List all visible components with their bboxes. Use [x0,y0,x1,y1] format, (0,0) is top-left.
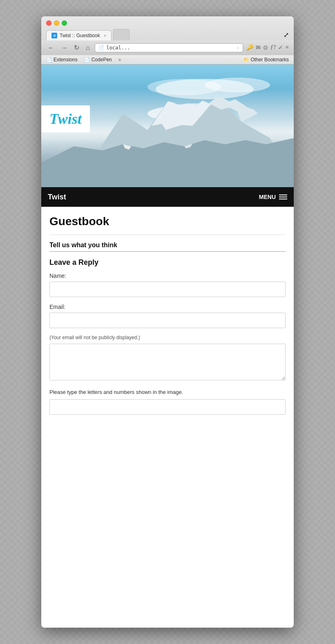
bookmarks-bar: 📄 Extensions 📄 CodePen » 📁 Other Bookmar… [41,55,294,64]
form-subtitle: Leave a Reply [49,258,286,267]
menu-label: MENU [259,194,276,200]
svg-point-2 [147,79,221,95]
hamburger-icon [279,195,287,199]
key-icon[interactable]: 🔑 [246,44,253,51]
nav-bar: Twist MENU [41,187,294,207]
clock-icon[interactable]: ⊙ [263,44,268,51]
tab-close-icon[interactable]: × [104,33,106,38]
shield-icon[interactable]: ✓ [278,44,283,51]
tab-title: Twist :: Guestbook [60,33,100,38]
address-text: local... [107,45,234,51]
nav-menu-button[interactable]: MENU [259,194,287,200]
page-icon: 📄 [98,45,104,50]
page-content: Guestbook Tell us what you think Leave a… [41,207,294,427]
bookmark-other[interactable]: 📁 Other Bookmarks [243,57,289,63]
tab-favicon: ⊙ [51,33,57,38]
menu-dots-icon[interactable]: ≡ [286,44,289,51]
name-input[interactable] [49,282,286,297]
hero-image: Twist [41,65,294,187]
svg-marker-8 [41,138,294,187]
browser-chrome: ⊙ Twist :: Guestbook × ⤢ ← → ↻ ⌂ 📄 local… [41,16,294,65]
maximize-button[interactable] [62,20,67,26]
forward-button[interactable]: → [59,43,69,52]
close-button[interactable] [46,20,51,26]
email-input[interactable] [49,313,286,328]
captcha-input[interactable] [49,399,286,415]
bookmark-codepen-icon: 📄 [84,57,90,63]
browser-toolbar: ← → ↻ ⌂ 📄 local... ☆ 🔑 ✉ ⊙ ƒ? ✓ ≡ [41,40,294,55]
new-tab-area [113,29,130,40]
site-logo: Twist [49,111,82,127]
bookmark-other-label: Other Bookmarks [251,57,289,63]
bookmark-extensions-label: Extensions [54,57,78,63]
reload-button[interactable]: ↻ [72,43,81,52]
mail-icon[interactable]: ✉ [256,44,261,51]
bookmark-doc-icon: 📄 [46,57,52,63]
expand-icon[interactable]: ⤢ [284,31,289,40]
address-bar[interactable]: 📄 local... ☆ [95,43,243,52]
email-label: Email: [49,304,286,310]
website-content: Twist Twist MENU Guestbook Tell us what … [41,65,294,427]
bookmark-codepen-label: CodePen [92,57,112,63]
active-tab[interactable]: ⊙ Twist :: Guestbook × [46,30,112,40]
home-button[interactable]: ⌂ [84,43,92,52]
logo-overlay: Twist [41,105,90,132]
bookmark-codepen[interactable]: 📄 CodePen [84,57,112,63]
toolbar-icons: 🔑 ✉ ⊙ ƒ? ✓ ≡ [246,44,289,51]
back-button[interactable]: ← [46,43,56,52]
minimize-button[interactable] [54,20,59,26]
traffic-lights [46,20,67,26]
folder-icon: 📁 [243,57,249,63]
more-bookmarks-icon[interactable]: » [118,57,121,63]
star-icon[interactable]: ☆ [237,45,239,50]
section-title: Tell us what you think [49,242,286,252]
name-label: Name: [49,273,286,279]
bookmark-extensions[interactable]: 📄 Extensions [46,57,78,63]
section-divider-top [49,235,286,235]
email-note: (Your email will not be publicly display… [49,335,286,340]
tab-bar: ⊙ Twist :: Guestbook × ⤢ [41,29,294,40]
captcha-label: Please type the letters and numbers show… [49,389,286,396]
browser-titlebar [41,16,294,29]
comment-textarea[interactable] [49,344,286,380]
function-icon[interactable]: ƒ? [270,44,276,51]
page-title: Guestbook [49,215,286,228]
nav-site-name: Twist [48,193,66,201]
browser-window: ⊙ Twist :: Guestbook × ⤢ ← → ↻ ⌂ 📄 local… [41,16,294,628]
